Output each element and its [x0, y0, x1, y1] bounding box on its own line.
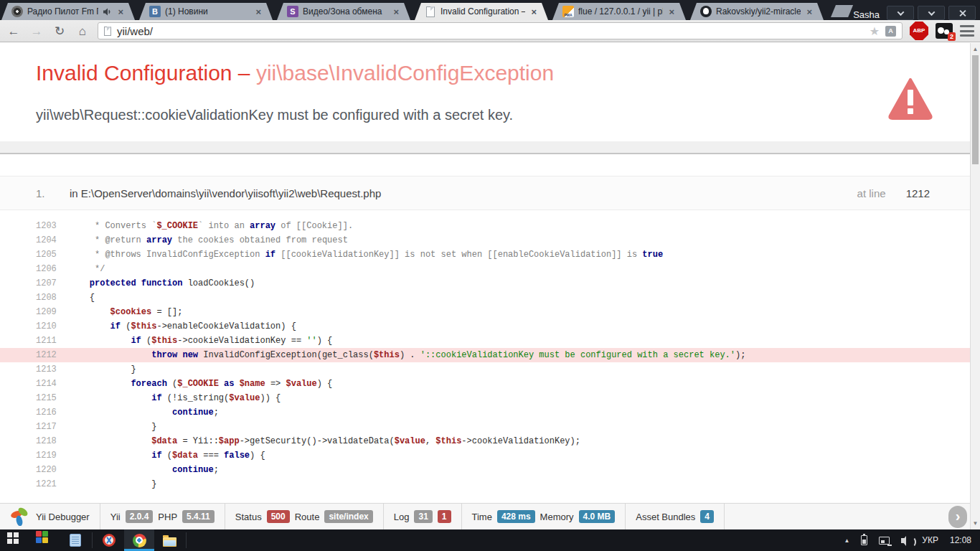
- code-line-1210: 1210 if ($this->enableCookieValidation) …: [0, 319, 980, 334]
- adblock-extension-icon[interactable]: ABP: [910, 22, 928, 40]
- reload-button[interactable]: ↻: [52, 25, 67, 37]
- tab-close-icon[interactable]: ×: [805, 6, 814, 17]
- url-text[interactable]: yii/web/: [117, 25, 864, 37]
- title-separator: –: [232, 61, 256, 85]
- tab-close-icon[interactable]: ×: [116, 6, 125, 17]
- battery-icon[interactable]: [861, 535, 867, 545]
- close-button[interactable]: [948, 6, 976, 20]
- page-scrollbar[interactable]: ▲ ▼: [970, 43, 980, 529]
- maximize-icon: [928, 9, 935, 16]
- back-button[interactable]: ←: [6, 25, 22, 37]
- close-icon: [958, 9, 966, 17]
- toolbar-block-asset-bundles[interactable]: Asset Bundles4: [626, 504, 725, 529]
- extension-badge: 2: [948, 32, 956, 41]
- toolbar-badge: 1: [438, 510, 451, 523]
- toolbar-block-log[interactable]: Log311: [384, 504, 462, 529]
- tab-strip: Радио Пилот Fm Плей×B(1) Новини×SВидео/З…: [0, 0, 980, 20]
- minimize-button[interactable]: [887, 6, 914, 20]
- language-indicator[interactable]: УКР: [922, 535, 938, 545]
- maximize-button[interactable]: [918, 6, 945, 20]
- home-button[interactable]: ⌂: [75, 25, 90, 37]
- taskbar-clock[interactable]: 12:08: [950, 535, 971, 545]
- line-number: 1221: [36, 477, 69, 491]
- toolbar-label: Yii: [110, 512, 121, 522]
- radio-favicon: [11, 6, 23, 17]
- toolbar-block-time-memory[interactable]: Time428 msMemory4.0 MB: [462, 504, 626, 529]
- tab-1[interactable]: Радио Пилот Fm Плей×: [1, 3, 135, 20]
- mosaic-icon: [36, 531, 42, 537]
- tab-6[interactable]: Rakovskiy/yii2-miracle · G×: [690, 3, 824, 20]
- tab-3[interactable]: SВидео/Зона обмена×: [277, 3, 410, 20]
- scroll-down-icon[interactable]: ▼: [971, 520, 980, 527]
- code-line-1211: 1211 if ($this->cookieValidationKey == '…: [0, 334, 980, 348]
- stack-index: 1.: [36, 187, 70, 199]
- code-line-1221: 1221 }: [0, 477, 980, 491]
- code-line-1208: 1208 {: [0, 291, 980, 305]
- code-line-1206: 1206 */: [0, 262, 980, 276]
- file-explorer[interactable]: [154, 529, 184, 551]
- forward-button[interactable]: →: [29, 25, 44, 37]
- downloads-extension-icon[interactable]: 2: [936, 23, 953, 39]
- toolbar-collapse-button[interactable]: ›: [948, 506, 967, 528]
- taskbar-separator: [92, 532, 93, 548]
- scroll-up-icon[interactable]: ▲: [971, 46, 980, 52]
- line-number: 1208: [36, 291, 69, 305]
- line-number: 1215: [36, 391, 69, 405]
- screenshot-tool[interactable]: [94, 529, 124, 551]
- toolbar-badge: 2.0.4: [126, 510, 154, 523]
- browser-toolbar: ← → ↻ ⌂ yii/web/ ★ A ABP 2: [0, 20, 980, 42]
- line-number: 1220: [36, 463, 69, 477]
- tab-title: Rakovskiy/yii2-miracle · G: [716, 6, 801, 17]
- tab-audio-icon: [103, 7, 112, 17]
- tab-2[interactable]: B(1) Новини×: [139, 3, 273, 20]
- graphics-app[interactable]: [30, 529, 60, 551]
- profile-name[interactable]: Sasha: [853, 6, 887, 20]
- window-controls: [887, 4, 980, 20]
- notepad[interactable]: [60, 529, 90, 551]
- code-line-1204: 1204 * @return array the cookies obtaine…: [0, 233, 980, 248]
- chrome-menu-icon[interactable]: [960, 25, 974, 37]
- toolbar-label: Asset Bundles: [636, 512, 695, 522]
- line-number: 1219: [36, 448, 69, 463]
- line-number: 1214: [36, 377, 69, 391]
- line-number: 1217: [36, 420, 69, 434]
- call-stack-item-header[interactable]: 1. in E:\OpenServer\domains\yii\vendor\y…: [0, 176, 980, 210]
- code-block: 1203 * Converts `$_COOKIE` into an array…: [0, 219, 980, 491]
- screen: Радио Пилот Fm Плей×B(1) Новини×SВидео/З…: [0, 0, 980, 551]
- toolbar-label: Memory: [540, 512, 574, 522]
- tab-close-icon[interactable]: ×: [529, 6, 538, 17]
- toolbar-block-versions[interactable]: Yii2.0.4PHP5.4.11: [100, 504, 225, 529]
- line-number: 1212: [36, 348, 69, 362]
- stack-file-path: in E:\OpenServer\domains\yii\vendor\yiis…: [70, 187, 381, 199]
- tab-title: (1) Новини: [165, 6, 250, 17]
- code-line-1209: 1209 $cookies = [];: [0, 305, 980, 319]
- network-icon[interactable]: [879, 537, 890, 545]
- toolbar-block-status-route[interactable]: Status500Routesite/index: [225, 504, 384, 529]
- taskbar: ▲ УКР 12:08: [0, 529, 980, 551]
- at-line-label: at line: [857, 187, 886, 199]
- tab-close-icon[interactable]: ×: [254, 6, 263, 17]
- debugger-brand[interactable]: Yii Debugger: [0, 504, 100, 529]
- code-line-1212: 1212 throw new InvalidConfigException(ge…: [0, 348, 980, 362]
- chrome[interactable]: [124, 529, 154, 551]
- toolbar-label: PHP: [158, 512, 177, 522]
- tab-4[interactable]: Invalid Configuration – yii×: [415, 3, 548, 20]
- address-bar[interactable]: yii/web/ ★ A: [98, 22, 903, 39]
- toolbar-badge: 500: [267, 510, 290, 523]
- tab-close-icon[interactable]: ×: [392, 6, 400, 17]
- new-tab-button[interactable]: [831, 5, 853, 17]
- bookmark-star-icon[interactable]: ★: [870, 24, 880, 38]
- scrollbar-thumb[interactable]: [972, 55, 979, 164]
- hidden-icons-arrow[interactable]: ▲: [844, 537, 849, 544]
- start-button[interactable]: [0, 529, 30, 551]
- volume-icon[interactable]: [901, 538, 905, 543]
- tab-close-icon[interactable]: ×: [667, 6, 676, 17]
- translate-icon[interactable]: A: [885, 26, 896, 37]
- line-number: 1206: [36, 262, 69, 276]
- tab-5[interactable]: PMAflue / 127.0.0.1 / yii | phpM×: [552, 3, 686, 20]
- line-number: 1205: [36, 248, 69, 262]
- tabs-container: Радио Пилот Fm Плей×B(1) Новини×SВидео/З…: [0, 3, 828, 20]
- toolbar-label: Time: [472, 512, 492, 522]
- line-number: 1207: [36, 276, 69, 291]
- chrome-icon: [133, 534, 146, 547]
